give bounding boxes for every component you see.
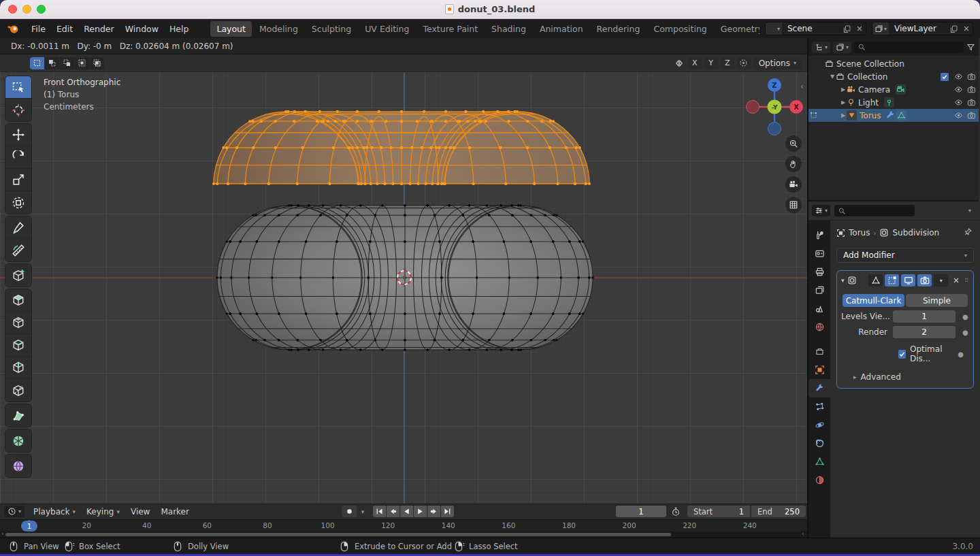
select-mode-invert[interactable] [75, 57, 89, 69]
outliner-row-collection[interactable]: ▼Collection [808, 70, 979, 83]
menu-edit[interactable]: Edit [51, 22, 78, 36]
workspace-tab-rendering[interactable]: Rendering [591, 21, 647, 37]
timeline-editor-type-button[interactable]: ▾ [4, 506, 24, 517]
new-viewlayer-icon[interactable] [947, 24, 960, 33]
timeline-scroll-right-icon[interactable]: ‹ [802, 530, 804, 537]
scene-name[interactable]: Scene [782, 24, 840, 33]
tool-select-box[interactable] [5, 76, 31, 99]
disable-render-icon[interactable] [967, 98, 976, 107]
jump-to-end-button[interactable] [441, 506, 454, 517]
collection-checkbox[interactable] [941, 73, 949, 81]
timeline-ruler[interactable]: 204060801001201401601802002202401 [0, 519, 807, 532]
disable-render-icon[interactable] [967, 85, 976, 94]
hide-eye-icon[interactable] [954, 85, 963, 94]
expand-arrow-icon[interactable]: ▶ [840, 112, 847, 118]
disable-render-icon[interactable] [967, 111, 976, 120]
tool-loop-cut[interactable] [5, 357, 31, 379]
disable-render-icon[interactable] [967, 72, 976, 81]
outliner-search-input[interactable] [854, 42, 964, 53]
tool-inset-faces[interactable] [5, 312, 31, 334]
modifier-collapse-icon[interactable]: ▾ [841, 277, 845, 284]
minimize-window-button[interactable] [22, 5, 31, 14]
tool-transform[interactable] [5, 191, 31, 214]
close-window-button[interactable] [8, 5, 17, 14]
workspace-tab-animation[interactable]: Animation [534, 21, 589, 37]
tool-cursor[interactable] [5, 99, 31, 121]
zoom-view-button[interactable] [785, 135, 802, 152]
properties-tab-material[interactable] [808, 471, 830, 489]
modifier-editmode-toggle[interactable] [868, 274, 883, 287]
zoom-window-button[interactable] [37, 5, 46, 14]
tool-measure[interactable] [5, 239, 31, 261]
orthographic-toggle-button[interactable] [785, 197, 802, 213]
mirror-y-toggle[interactable]: Y [704, 57, 718, 69]
select-mode-subtract[interactable] [60, 57, 74, 69]
pan-view-button[interactable] [785, 156, 802, 172]
expand-arrow-icon[interactable]: ▶ [840, 99, 847, 105]
timeline-menu-view[interactable]: View [126, 506, 154, 518]
tool-annotate[interactable] [5, 216, 31, 239]
levels-animate-dot[interactable]: ● [962, 313, 968, 321]
render-levels-field[interactable]: 2 [893, 326, 956, 338]
mesh-data-icon[interactable] [896, 110, 906, 120]
workspace-tab-modeling[interactable]: Modeling [253, 21, 304, 37]
outliner-row-light[interactable]: ▶Light [808, 96, 979, 109]
stopwatch-icon[interactable] [671, 506, 681, 519]
optimal-display-checkbox[interactable] [898, 350, 906, 359]
tool-knife[interactable] [5, 379, 31, 402]
properties-tab-tool[interactable] [808, 226, 830, 244]
outliner-row-camera[interactable]: ▶Camera [808, 83, 979, 96]
modifier-drag-handle[interactable]: ⠿ [964, 278, 969, 284]
select-mode-set[interactable] [30, 57, 44, 69]
next-keyframe-button[interactable] [427, 506, 440, 517]
modifier-delete-icon[interactable] [952, 276, 960, 284]
camera-view-button[interactable] [785, 176, 802, 193]
viewlayer-selector[interactable]: ▾ ViewLayer [872, 22, 973, 35]
tool-scale[interactable] [5, 169, 31, 191]
expand-arrow-icon[interactable]: ▼ [829, 73, 836, 80]
properties-tab-object-data[interactable] [808, 453, 830, 471]
menu-file[interactable]: File [26, 22, 51, 36]
frame-start-field[interactable]: Start1 [687, 506, 750, 517]
modifier-render-toggle[interactable] [917, 274, 932, 287]
modifier-realtime-toggle[interactable] [901, 274, 915, 287]
simple-button[interactable]: Simple [906, 294, 968, 307]
camera-data-icon[interactable] [896, 84, 906, 95]
proportional-edit-toggle[interactable] [737, 57, 751, 69]
tool-add-cube[interactable] [5, 264, 31, 287]
workspace-tab-geometry-nodes[interactable]: Geometry Nodes [715, 21, 760, 37]
catmull-clark-button[interactable]: Catmull-Clark [843, 294, 904, 307]
remove-viewlayer-icon[interactable] [960, 24, 973, 33]
pin-icon[interactable] [964, 227, 973, 236]
tool-extrude-region[interactable] [5, 289, 31, 312]
properties-tab-collection[interactable] [808, 342, 830, 361]
workspace-tab-texture-paint[interactable]: Texture Paint [416, 21, 484, 37]
modifier-cage-toggle[interactable] [885, 274, 899, 287]
outliner-row-scene-collection[interactable]: Scene Collection [808, 57, 979, 70]
properties-tab-physics[interactable] [808, 416, 830, 434]
advanced-section-toggle[interactable]: ▸Advanced [853, 372, 969, 382]
properties-tab-render[interactable] [808, 244, 830, 263]
timeline-scrollbar[interactable]: › ‹ [0, 532, 807, 538]
properties-options-icon[interactable]: ▾ [964, 208, 975, 214]
unlink-scene-icon[interactable] [853, 24, 866, 33]
outliner-display-mode-button[interactable]: ▾ [833, 42, 851, 53]
mirror-z-toggle[interactable]: Z [721, 57, 734, 69]
breadcrumb-object[interactable]: Torus [849, 228, 870, 238]
modifier-extras-dropdown[interactable]: ▾ [934, 274, 948, 287]
new-scene-icon[interactable] [840, 24, 853, 33]
hide-eye-icon[interactable] [954, 98, 963, 107]
workspace-tab-uv-editing[interactable]: UV Editing [359, 21, 415, 37]
keying-dropdown-icon[interactable]: ▾ [357, 506, 369, 517]
tool-spin[interactable] [5, 429, 31, 452]
properties-tab-object[interactable] [808, 361, 830, 379]
viewport-3d[interactable]: X Y Z Options▾ Front Orthographic (1) To… [0, 54, 807, 504]
tool-bevel[interactable] [5, 334, 31, 357]
properties-editor-type-button[interactable]: ▾ [812, 205, 830, 216]
select-mode-extend[interactable] [45, 57, 59, 69]
properties-tab-particles[interactable] [808, 397, 830, 416]
properties-tab-world[interactable] [808, 318, 830, 336]
timeline-menu-marker[interactable]: Marker [156, 506, 193, 518]
viewport-canvas[interactable] [0, 54, 807, 504]
frame-end-field[interactable]: End250 [751, 506, 806, 517]
